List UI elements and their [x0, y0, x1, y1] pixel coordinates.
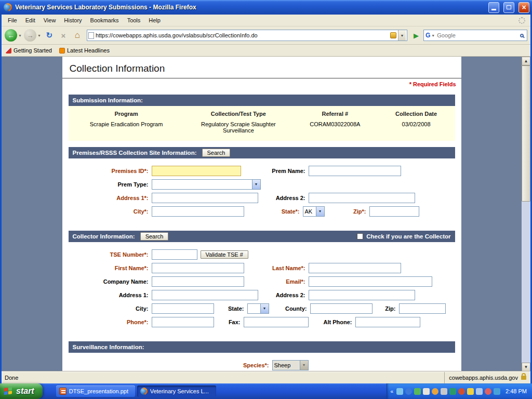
stop-button[interactable]: ×	[57, 29, 70, 42]
screen: Veterinary Services Laboratory Submissio…	[0, 0, 532, 399]
start-button[interactable]: start	[0, 383, 43, 399]
fax-input[interactable]	[244, 317, 309, 327]
menu-history[interactable]: History	[60, 16, 86, 25]
menu-tools[interactable]: Tools	[123, 16, 145, 25]
reload-button[interactable]: ↻	[43, 29, 56, 42]
window-titlebar[interactable]: Veterinary Services Laboratory Submissio…	[0, 0, 532, 15]
bookmark-label: Getting Started	[14, 47, 52, 54]
site-identity-icon[interactable]	[390, 32, 396, 38]
collector-state-select[interactable]: ▼	[247, 303, 269, 314]
validate-tse-button[interactable]: Validate TSE #	[201, 250, 248, 259]
firefox-icon	[4, 3, 12, 11]
premises-address1-input[interactable]	[152, 193, 258, 203]
menu-edit[interactable]: Edit	[21, 16, 39, 25]
menu-help[interactable]: Help	[144, 16, 165, 25]
collector-city-input[interactable]	[152, 303, 214, 314]
is-collector-label: Check if you are the Collector	[366, 233, 450, 240]
surveillance-section: Surveillance Information: Species*: Shee…	[69, 341, 455, 371]
menu-file[interactable]: File	[4, 16, 21, 25]
collector-section: Collector Information: Search Check if y…	[69, 231, 455, 335]
alt-phone-label: Alt Phone:	[309, 319, 355, 325]
home-button[interactable]: ⌂	[71, 29, 84, 42]
url-history-dropdown[interactable]: ▼	[398, 30, 406, 41]
firefox-icon	[140, 388, 148, 395]
premises-search-button[interactable]: Search	[202, 149, 231, 157]
search-bar[interactable]: G ▼	[423, 30, 527, 41]
tse-number-input[interactable]	[152, 249, 197, 260]
collector-address2-label: Address 2:	[258, 292, 309, 298]
taskbar-item-firefox[interactable]: Veterinary Services L...	[137, 385, 216, 397]
tray-icon[interactable]	[405, 388, 412, 395]
premises-state-select[interactable]: AK▼	[303, 206, 325, 217]
browser-viewport: Collection Information * Required Fields…	[2, 57, 530, 371]
taskbar-clock: 2:48 PM	[506, 388, 527, 394]
required-fields-note: * Required Fields	[62, 78, 461, 88]
last-name-input[interactable]	[309, 263, 401, 273]
taskbar-item-powerpoint[interactable]: DTSE_presentation.ppt	[56, 385, 135, 397]
referral-value: CORAM03022008A	[292, 121, 378, 134]
tray-icon[interactable]	[423, 388, 430, 395]
url-bar[interactable]: ▼	[87, 30, 407, 41]
premises-id-input[interactable]	[152, 166, 241, 176]
scrollbar-thumb[interactable]	[522, 65, 530, 202]
collector-zip-input[interactable]	[399, 303, 446, 314]
search-input[interactable]	[437, 32, 518, 38]
lock-icon[interactable]	[521, 376, 526, 380]
collector-address2-input[interactable]	[309, 290, 415, 300]
collector-address1-input[interactable]	[152, 290, 258, 300]
collector-search-button[interactable]: Search	[140, 232, 169, 241]
tray-icon[interactable]	[494, 388, 500, 395]
scroll-up-button[interactable]: ▲	[522, 57, 530, 65]
company-name-input[interactable]	[152, 276, 244, 287]
premises-city-input[interactable]	[152, 206, 244, 217]
bookmark-getting-started[interactable]: Getting Started	[6, 47, 52, 54]
tray-icon[interactable]	[414, 388, 421, 395]
vertical-scrollbar[interactable]: ▲ ▼	[522, 57, 530, 371]
phone-input[interactable]	[152, 317, 214, 327]
first-name-input[interactable]	[152, 263, 244, 273]
email-input[interactable]	[309, 276, 432, 287]
tray-icon[interactable]	[449, 388, 456, 395]
tray-icon[interactable]	[396, 388, 403, 395]
scrollbar-track[interactable]	[522, 202, 530, 363]
forward-dropdown-icon[interactable]: ▼	[37, 34, 41, 37]
url-input[interactable]	[96, 31, 389, 40]
collector-checkbox-wrap: Check if you are the Collector	[357, 233, 450, 240]
is-collector-checkbox[interactable]	[357, 233, 363, 240]
collector-county-label: County:	[269, 305, 310, 312]
phone-label: Phone*:	[69, 319, 152, 325]
alt-phone-input[interactable]	[355, 317, 420, 327]
tray-icon[interactable]	[476, 388, 483, 395]
navigation-toolbar: ← ▼ → ▼ ↻ × ⌂ ▼ ▶ G ▼	[2, 26, 530, 45]
fax-label: Fax:	[214, 319, 244, 325]
search-engine-icon[interactable]: G	[425, 32, 430, 39]
go-button[interactable]: ▶	[410, 30, 422, 41]
prem-type-select[interactable]: ▼	[152, 179, 261, 190]
scroll-down-button[interactable]: ▼	[522, 363, 530, 371]
search-engine-dropdown-icon[interactable]: ▼	[431, 34, 435, 37]
page-favicon	[88, 32, 94, 39]
prem-name-input[interactable]	[309, 166, 401, 176]
menu-view[interactable]: View	[39, 16, 60, 25]
back-dropdown-icon[interactable]: ▼	[18, 34, 22, 37]
bookmark-latest-headlines[interactable]: Latest Headlines	[59, 47, 110, 54]
restore-button[interactable]	[503, 2, 514, 13]
tray-icon[interactable]	[485, 388, 491, 395]
close-button[interactable]: ×	[518, 2, 529, 13]
menu-bookmarks[interactable]: Bookmarks	[86, 16, 123, 25]
taskbar: start DTSE_presentation.ppt Veterinary S…	[0, 383, 532, 399]
collector-county-input[interactable]	[310, 303, 373, 314]
tray-icon[interactable]	[458, 388, 465, 395]
minimize-button[interactable]	[488, 2, 499, 13]
tray-icon[interactable]	[441, 388, 447, 395]
back-button[interactable]: ←	[5, 29, 17, 42]
collection-date-value: 03/02/2008	[378, 121, 455, 134]
search-icon[interactable]	[520, 34, 524, 37]
premises-address2-input[interactable]	[309, 193, 415, 203]
premises-zip-input[interactable]	[369, 206, 419, 217]
tray-icon[interactable]	[467, 388, 474, 395]
tray-collapse-icon[interactable]: «	[390, 389, 394, 394]
forward-button[interactable]: →	[24, 29, 36, 42]
species-select[interactable]: Sheep▼	[272, 360, 309, 370]
tray-icon[interactable]	[432, 388, 438, 395]
